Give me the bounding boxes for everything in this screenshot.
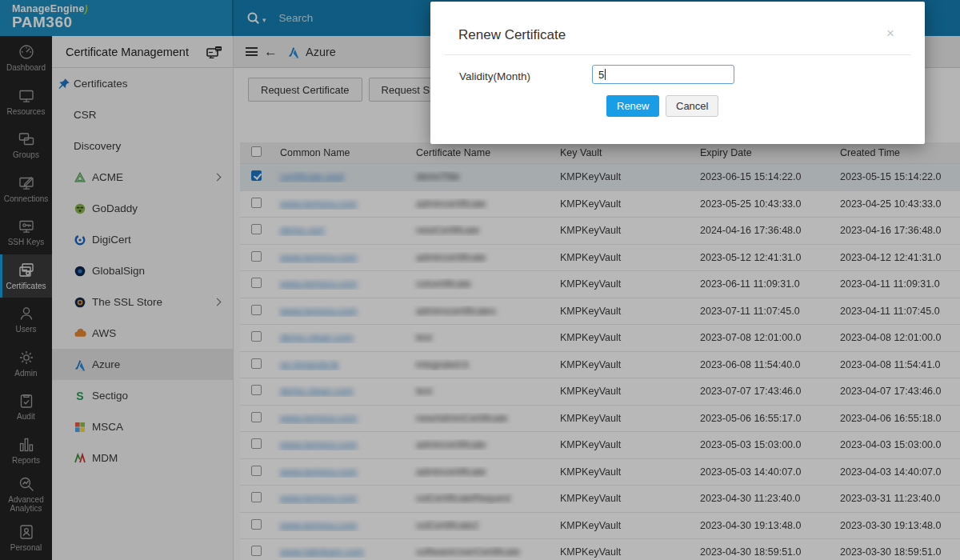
validity-input[interactable]: 5: [592, 65, 734, 84]
search-input[interactable]: Search: [279, 12, 314, 24]
select-all-checkbox[interactable]: [251, 146, 262, 157]
row-checkbox[interactable]: [251, 385, 262, 395]
renew-button[interactable]: Renew: [606, 95, 659, 117]
sidebar-item-mdm[interactable]: MDM: [52, 442, 233, 474]
sidebar-item-msca[interactable]: MSCA: [52, 411, 233, 442]
created-time: 2023-05-15 15:14:22.0: [835, 171, 960, 182]
rail-item-advanced-analytics[interactable]: Advanced Analytics: [0, 472, 52, 516]
rail-item-users[interactable]: Users: [0, 298, 52, 342]
sidebar-item-aws[interactable]: AWS: [52, 318, 233, 349]
table-row[interactable]: www.tempsy.com sslCertificate2 KMPKeyVau…: [240, 513, 960, 540]
common-name-link[interactable]: www.tempsy.com: [280, 278, 357, 290]
search-scope-caret-icon[interactable]: ▾: [262, 16, 266, 24]
table-row[interactable]: www.tempsy.com adminscertificates KMPKey…: [240, 298, 960, 326]
collapse-menu-icon[interactable]: [246, 47, 258, 56]
common-name-link[interactable]: demo.clean.com: [280, 386, 354, 397]
common-name-link[interactable]: www.tempsy.com: [280, 493, 357, 504]
column-header-common-name[interactable]: Common Name: [275, 147, 411, 158]
row-checkbox[interactable]: [251, 546, 262, 556]
table-row[interactable]: demo.cert newCertificate KMPKeyVault 202…: [240, 218, 960, 245]
request-certificate-button[interactable]: Request Certificate: [248, 78, 362, 102]
msca-icon: [74, 421, 86, 434]
common-name-link[interactable]: certificate.pwd: [280, 171, 344, 182]
table-row[interactable]: www.tempsy.com newAdminCertificate KMPKe…: [240, 406, 960, 433]
common-name-link[interactable]: demo.cert: [280, 225, 325, 236]
table-row[interactable]: www.tempsy.com admincertificate KMPKeyVa…: [240, 191, 960, 218]
created-time: 2023-03-30 19:13:48.0: [835, 520, 960, 531]
common-name-link[interactable]: www.tempsy.com: [280, 252, 357, 263]
common-name-link[interactable]: www.tempsy.com: [280, 439, 357, 450]
sidebar-item-discovery[interactable]: Discovery: [52, 130, 233, 162]
common-name-link[interactable]: www.tempsy.com: [280, 413, 357, 424]
key-vault: KMPKeyVault: [555, 520, 695, 531]
sidebar-item-digicert[interactable]: DigiCert: [52, 224, 233, 255]
table-row[interactable]: demo.clean.com test KMPKeyVault 2023-07-…: [240, 325, 960, 352]
pam360-window: ManageEngine) PAM360 ▾ Search Dashboard …: [0, 0, 960, 560]
sidebar-item-acme[interactable]: ACME: [52, 162, 233, 193]
sidebar-item-the-ssl-store[interactable]: The SSL Store: [52, 286, 233, 318]
row-checkbox[interactable]: [251, 278, 262, 288]
common-name-link[interactable]: demo.clean.com: [280, 332, 354, 343]
row-checkbox[interactable]: [251, 492, 262, 502]
table-row[interactable]: www.tempsy.com sslcertificate KMPKeyVaul…: [240, 271, 960, 298]
sidebar-item-godaddy[interactable]: GoDaddy: [52, 193, 233, 224]
row-checkbox[interactable]: [251, 412, 262, 422]
common-name-link[interactable]: www.tempsy.com: [280, 306, 357, 317]
sidebar-item-certificates[interactable]: Certificates: [52, 68, 233, 99]
rail-item-audit[interactable]: Audit: [0, 385, 52, 429]
column-header-created-time[interactable]: Created Time: [835, 147, 960, 158]
certificate-name: sslCertificate2: [416, 520, 479, 531]
table-row[interactable]: www.tempsy.com admincertificate KMPKeyVa…: [240, 245, 960, 272]
key-vault: KMPKeyVault: [555, 359, 695, 370]
row-checkbox[interactable]: [251, 170, 262, 181]
close-icon[interactable]: ×: [886, 26, 894, 40]
tour-icon[interactable]: [206, 46, 222, 58]
table-row[interactable]: go.timandy.tk integrated.b KMPKeyVault 2…: [240, 352, 960, 379]
column-header-key-vault[interactable]: Key Vault: [555, 147, 695, 158]
row-checkbox[interactable]: [251, 198, 262, 208]
row-checkbox[interactable]: [251, 519, 262, 530]
row-checkbox[interactable]: [251, 251, 262, 262]
table-row[interactable]: www.tempsy.com sslCertificateRequest KMP…: [240, 486, 960, 513]
rail-item-dashboard[interactable]: Dashboard: [0, 36, 52, 80]
common-name-link[interactable]: www.fabrikam.com: [280, 546, 364, 558]
sidebar-item-csr[interactable]: CSR: [52, 99, 233, 130]
row-checkbox[interactable]: [251, 331, 262, 342]
dialog-divider: [445, 54, 910, 55]
rail-item-certificates[interactable]: Certificates: [0, 254, 52, 298]
pin-icon: [58, 78, 70, 90]
table-row[interactable]: demo.clean.com test KMPKeyVault 2023-07-…: [240, 378, 960, 406]
table-row[interactable]: www.fabrikam.com softwareUserCertificate…: [240, 539, 960, 560]
cancel-button[interactable]: Cancel: [666, 95, 718, 117]
app-logo[interactable]: ManageEngine) PAM360: [0, 0, 232, 36]
column-header-expiry-date[interactable]: Expiry Date: [695, 147, 835, 158]
common-name-link[interactable]: www.tempsy.com: [280, 520, 357, 531]
row-checkbox[interactable]: [251, 224, 262, 234]
row-checkbox[interactable]: [251, 358, 262, 369]
sidebar-item-azure[interactable]: Azure: [52, 349, 233, 380]
sidebar-item-globalsign[interactable]: GlobalSign: [52, 255, 233, 286]
rail-item-ssh-keys[interactable]: SSH Keys: [0, 210, 52, 254]
table-row[interactable]: www.tempsy.com admincertificate KMPKeyVa…: [240, 432, 960, 459]
back-arrow-icon[interactable]: ←: [264, 45, 278, 58]
common-name-link[interactable]: go.timandy.tk: [280, 359, 338, 370]
rail-item-resources[interactable]: Resources: [0, 80, 52, 124]
rail-item-admin[interactable]: Admin: [0, 342, 52, 386]
rail-item-groups[interactable]: Groups: [0, 123, 52, 167]
search-icon[interactable]: [246, 11, 261, 26]
key-vault: KMPKeyVault: [555, 386, 695, 397]
row-checkbox[interactable]: [251, 438, 262, 449]
expiry-date: 2023-06-11 11:09:31.0: [695, 278, 835, 290]
row-checkbox[interactable]: [251, 305, 262, 315]
common-name-link[interactable]: www.tempsy.com: [280, 198, 357, 210]
rail-item-reports[interactable]: Reports: [0, 429, 52, 473]
sidebar-item-sectigo[interactable]: S Sectigo: [52, 380, 233, 411]
rail-item-personal[interactable]: Personal: [0, 516, 52, 560]
common-name-link[interactable]: www.tempsy.com: [280, 466, 357, 478]
table-row[interactable]: www.tempsy.com admincertificate KMPKeyVa…: [240, 459, 960, 486]
column-header-certificate-name[interactable]: Certificate Name: [411, 147, 555, 158]
rail-item-connections[interactable]: Connections: [0, 167, 52, 211]
row-checkbox[interactable]: [251, 466, 262, 476]
table-row[interactable]: certificate.pwd demoTitle KMPKeyVault 20…: [240, 164, 960, 191]
created-time: 2023-04-03 14:40:07.0: [835, 466, 960, 478]
